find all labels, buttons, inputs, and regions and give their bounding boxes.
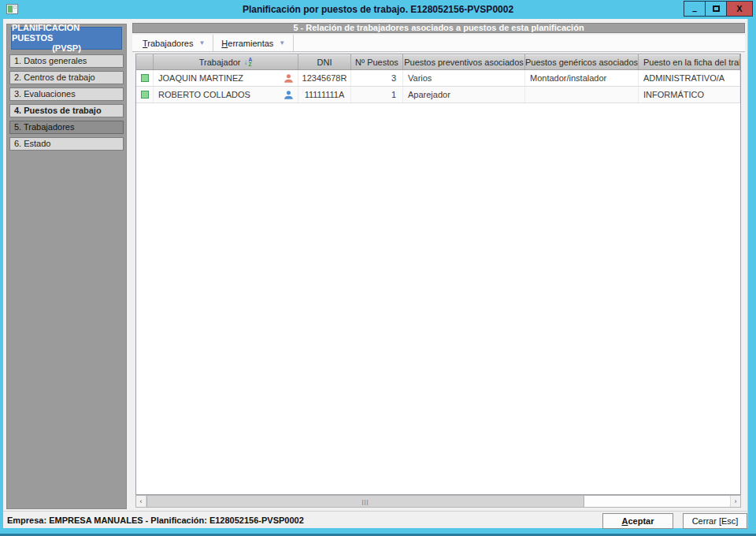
worker-status-icon	[141, 74, 149, 82]
worker-name: ROBERTO COLLADOS	[158, 90, 250, 99]
app-icon	[6, 4, 18, 14]
worker-puestos-genericos	[525, 87, 639, 102]
sort-az-icon: ↓ AZ	[244, 58, 253, 67]
column-label: Puestos genéricos asociados	[525, 58, 638, 67]
worker-puestos-preventivos: Varios	[403, 70, 525, 86]
worker-puesto-ficha: ADMINISTRATIVO/A	[639, 70, 740, 86]
chevron-down-icon: ▼	[198, 39, 205, 47]
menu-herramientas[interactable]: Herramientas ▼	[213, 35, 294, 51]
sidebar: PLANIFICACION PUESTOS (PVSP) 1. Datos ge…	[6, 24, 127, 509]
titlebar: Planificación por puestos de trabajo. E1…	[0, 0, 756, 19]
sidebar-item-centros-trabajo[interactable]: 2. Centros de trabajo	[9, 71, 124, 84]
sidebar-header-line1: PLANIFICACION PUESTOS	[12, 23, 121, 43]
worker-num-puestos: 1	[351, 87, 403, 102]
menu-label: rabajadores	[147, 39, 193, 48]
maximize-button[interactable]	[705, 1, 727, 17]
column-header-trabajador[interactable]: Trabajador ↓ AZ	[154, 54, 298, 69]
worker-dni: 11111111A	[298, 87, 351, 102]
worker-num-puestos: 3	[351, 70, 403, 86]
close-button[interactable]: X	[726, 1, 753, 17]
status-bar: Empresa: EMPRESA MANUALES - Planificació…	[3, 511, 747, 528]
window-frame-right	[747, 19, 756, 536]
sidebar-item-puestos-trabajo[interactable]: 4. Puestos de trabajo	[9, 104, 124, 117]
window-frame-left	[0, 19, 3, 536]
scroll-right-arrow-icon[interactable]: ›	[730, 496, 740, 507]
app-window: Planificación por puestos de trabajo. E1…	[0, 0, 756, 536]
column-header-num-puestos[interactable]: Nº Puestos	[351, 54, 403, 69]
table-header-row: Trabajador ↓ AZ DNI Nº Puestos Puestos p…	[136, 54, 740, 70]
button-label: Cerrar [Esc]	[692, 516, 739, 526]
sidebar-item-trabajadores[interactable]: 5. Trabajadores	[9, 121, 124, 134]
table-row[interactable]: ROBERTO COLLADOS 11111111A 1 Aparejador …	[136, 87, 740, 103]
column-label: Trabajador	[199, 58, 241, 67]
worker-dni: 12345678R	[298, 70, 351, 86]
close-icon: X	[736, 4, 742, 13]
scrollbar-thumb[interactable]: |||	[146, 496, 584, 507]
worker-puestos-genericos: Montador/instalador	[525, 70, 639, 86]
chevron-down-icon: ▼	[279, 39, 285, 47]
sidebar-item-estado[interactable]: 6. Estado	[9, 137, 124, 151]
worker-status-icon	[141, 91, 149, 99]
minimize-icon: –	[692, 6, 697, 16]
aceptar-button[interactable]: Aceptar	[602, 513, 673, 529]
column-header-dni[interactable]: DNI	[298, 54, 351, 69]
maximize-icon	[713, 6, 720, 12]
column-label: DNI	[317, 58, 332, 67]
button-label: ceptar	[628, 516, 654, 526]
window-frame-bottom	[0, 528, 756, 536]
worker-puesto-ficha: INFORMÁTICO	[639, 87, 740, 102]
section-header: 5 - Relación de trabajadores asociados a…	[132, 23, 745, 33]
workers-table: Trabajador ↓ AZ DNI Nº Puestos Puestos p…	[135, 54, 741, 495]
column-header-puesto-ficha[interactable]: Puesto en la ficha del trabajador	[639, 54, 740, 69]
sidebar-header-line2: (PVSP)	[52, 43, 81, 54]
cerrar-button[interactable]: Cerrar [Esc]	[683, 513, 747, 529]
scrollbar-grip-icon: |||	[361, 498, 369, 505]
menu-label: erramientas	[228, 39, 273, 48]
worker-puestos-preventivos: Aparejador	[403, 87, 525, 102]
menu-trabajadores[interactable]: Trabajadores ▼	[135, 35, 213, 51]
sidebar-item-evaluaciones[interactable]: 3. Evaluaciones	[9, 87, 124, 101]
person-icon	[284, 73, 294, 84]
column-label: Puestos preventivos asociados	[404, 58, 524, 67]
status-text: Empresa: EMPRESA MANUALES - Planificació…	[3, 516, 304, 525]
worker-name: JOAQUIN MARTINEZ	[158, 73, 243, 83]
column-header-icon	[136, 54, 154, 69]
window-title: Planificación por puestos de trabajo. E1…	[0, 4, 756, 15]
minimize-button[interactable]: –	[684, 1, 706, 17]
main-panel: 5 - Relación de trabajadores asociados a…	[132, 23, 745, 509]
column-header-puestos-genericos[interactable]: Puestos genéricos asociados	[525, 54, 639, 69]
column-header-puestos-preventivos[interactable]: Puestos preventivos asociados	[403, 54, 525, 69]
person-icon	[284, 90, 294, 100]
scroll-left-arrow-icon[interactable]: ‹	[136, 496, 146, 507]
toolbar: Trabajadores ▼ Herramientas ▼	[132, 35, 745, 52]
sidebar-header: PLANIFICACION PUESTOS (PVSP)	[11, 27, 122, 50]
table-row[interactable]: JOAQUIN MARTINEZ 12345678R 3 Varios Mont…	[136, 70, 740, 87]
sidebar-item-datos-generales[interactable]: 1. Datos generales	[9, 54, 124, 68]
column-label: Puesto en la ficha del trabajador	[643, 58, 740, 67]
column-label: Nº Puestos	[355, 58, 398, 67]
horizontal-scrollbar[interactable]: ‹ ||| ›	[135, 495, 741, 508]
